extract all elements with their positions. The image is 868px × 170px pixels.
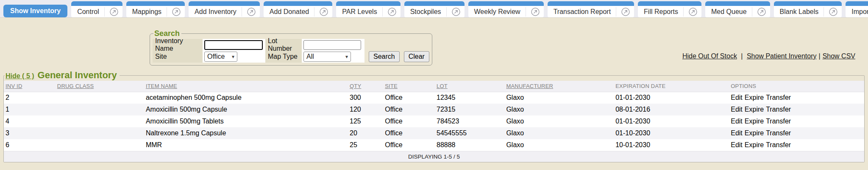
- open-in-new-window-icon[interactable]: [385, 7, 399, 16]
- view-links: Hide Out Of Stock | Show Patient Invento…: [682, 52, 855, 60]
- tab-body: PAR Levels: [336, 6, 400, 17]
- tab-med-queue[interactable]: Med Queue: [705, 1, 770, 17]
- column-header-inv-id[interactable]: INV ID: [4, 81, 56, 92]
- tab-show-inventory[interactable]: Show Inventory: [3, 5, 67, 17]
- edit-action[interactable]: Edit: [731, 94, 743, 101]
- open-in-new-window-icon[interactable]: [107, 7, 121, 16]
- expire-action[interactable]: Expire: [745, 94, 764, 101]
- column-header-options: OPTIONS: [729, 81, 864, 92]
- cell-lot: 72315: [435, 104, 504, 115]
- lot-number-input[interactable]: [303, 40, 361, 50]
- tab-label: Mappings: [132, 8, 167, 16]
- tab-mappings[interactable]: Mappings: [126, 1, 185, 17]
- cell-qty: 300: [348, 92, 383, 104]
- tab-par-levels[interactable]: PAR Levels: [336, 1, 400, 17]
- tab-label: Fill Reports: [644, 8, 683, 16]
- table-row: 6MMR25Office88888Glaxo10-01-2030EditExpi…: [4, 139, 864, 151]
- expire-action[interactable]: Expire: [745, 141, 764, 148]
- tab-stockpiles[interactable]: Stockpiles: [404, 1, 465, 17]
- column-header-expiration-date: EXPIRATION DATE: [614, 81, 729, 92]
- tab-accent-bar: [638, 1, 701, 6]
- inventory-name-label: Inventory Name: [153, 39, 203, 51]
- expire-action[interactable]: Expire: [745, 106, 764, 113]
- tab-divider: [752, 7, 752, 16]
- inventory-table-header: INV IDDRUG CLASSITEM NAMEQTYSITELOTMANUF…: [4, 81, 864, 92]
- edit-action[interactable]: Edit: [731, 141, 743, 148]
- transfer-action[interactable]: Transfer: [766, 141, 791, 148]
- open-in-new-window-icon[interactable]: [170, 7, 183, 16]
- clear-button[interactable]: Clear: [404, 51, 429, 62]
- open-in-new-window-icon[interactable]: [619, 7, 632, 16]
- expire-action[interactable]: Expire: [745, 118, 764, 125]
- cell-qty: 125: [348, 115, 383, 127]
- open-in-new-window-icon[interactable]: [755, 7, 768, 16]
- tab-body: Stockpiles: [404, 6, 465, 17]
- search-button[interactable]: Search: [369, 51, 400, 62]
- tab-transaction-report[interactable]: Transaction Report: [548, 1, 634, 17]
- cell-drug-class: [56, 115, 144, 127]
- open-in-new-window-icon[interactable]: [529, 7, 542, 16]
- lot-number-cell: [302, 39, 364, 51]
- cell-site: Office: [383, 104, 435, 115]
- site-select[interactable]: Office ▾: [204, 52, 237, 62]
- open-in-new-window-icon[interactable]: [245, 7, 258, 16]
- tab-label: Add Inventory: [195, 8, 242, 16]
- inventory-name-input[interactable]: [204, 40, 263, 50]
- map-type-cell: All ▾: [302, 51, 364, 63]
- tab-control[interactable]: Control: [71, 1, 122, 17]
- tab-blank-labels[interactable]: Blank Labels: [774, 1, 842, 17]
- edit-action[interactable]: Edit: [731, 106, 743, 113]
- transfer-action[interactable]: Transfer: [766, 94, 791, 101]
- hide-count-link[interactable]: Hide ( 5 ): [6, 72, 34, 80]
- expire-action[interactable]: Expire: [745, 129, 764, 137]
- tab-weekly-review[interactable]: Weekly Review: [468, 1, 544, 17]
- cell-site: Office: [383, 127, 435, 139]
- transfer-action[interactable]: Transfer: [766, 118, 791, 125]
- search-row1-spacer: [364, 39, 429, 51]
- transfer-action[interactable]: Transfer: [766, 106, 791, 113]
- tab-add-inventory[interactable]: Add Inventory: [189, 1, 260, 17]
- column-header-lot[interactable]: LOT: [435, 81, 504, 92]
- open-in-new-window-icon[interactable]: [826, 7, 840, 16]
- column-header-site[interactable]: SITE: [383, 81, 435, 92]
- search-panel: Search Inventory Name Lot Number Site Of…: [150, 29, 432, 66]
- tab-import[interactable]: Import: [846, 1, 868, 17]
- edit-action[interactable]: Edit: [731, 118, 743, 125]
- column-header-item-name[interactable]: ITEM NAME: [144, 81, 348, 92]
- tab-accent-bar: [189, 1, 260, 6]
- column-header-manufacturer[interactable]: MANUFACTURER: [504, 81, 614, 92]
- cell-lot: 88888: [435, 139, 504, 151]
- link-separator: |: [818, 52, 820, 60]
- open-in-new-window-icon[interactable]: [686, 7, 700, 16]
- map-type-select[interactable]: All ▾: [303, 52, 351, 62]
- tab-fill-reports[interactable]: Fill Reports: [638, 1, 701, 17]
- tab-accent-bar: [774, 1, 842, 6]
- open-in-new-window-icon[interactable]: [317, 7, 331, 16]
- tab-divider: [104, 7, 105, 16]
- tab-label: Show Inventory: [3, 7, 67, 15]
- transfer-action[interactable]: Transfer: [766, 129, 791, 137]
- open-in-new-window-icon[interactable]: [449, 7, 463, 16]
- page-content: Search Inventory Name Lot Number Site Of…: [0, 18, 868, 162]
- cell-lot: 12345: [435, 92, 504, 104]
- table-row: 1Amoxicillin 500mg Capsule120Office72315…: [4, 104, 864, 115]
- tab-label: Blank Labels: [780, 8, 824, 16]
- cell-site: Office: [383, 92, 435, 104]
- cell-lot: 54545555: [435, 127, 504, 139]
- cell-expiration-date: 08-01-2016: [614, 104, 729, 115]
- edit-action[interactable]: Edit: [731, 129, 743, 137]
- tab-divider: [823, 7, 824, 16]
- cell-inv-id: 2: [4, 92, 56, 104]
- column-header-drug-class[interactable]: DRUG CLASS: [56, 81, 144, 92]
- cell-options: EditExpireTransfer: [729, 104, 864, 115]
- column-header-qty[interactable]: QTY: [348, 81, 383, 92]
- tab-label: Control: [77, 8, 104, 16]
- hide-out-of-stock-link[interactable]: Hide Out Of Stock: [682, 52, 737, 60]
- show-patient-inventory-link[interactable]: Show Patient Inventory: [747, 52, 817, 60]
- search-form: Inventory Name Lot Number Site Office ▾ …: [153, 39, 429, 63]
- tab-accent-bar: [705, 1, 770, 6]
- cell-manufacturer: Glaxo: [504, 104, 614, 115]
- tab-add-donated[interactable]: Add Donated: [264, 1, 332, 17]
- show-csv-link[interactable]: Show CSV: [823, 52, 855, 60]
- tab-label: Weekly Review: [474, 8, 526, 16]
